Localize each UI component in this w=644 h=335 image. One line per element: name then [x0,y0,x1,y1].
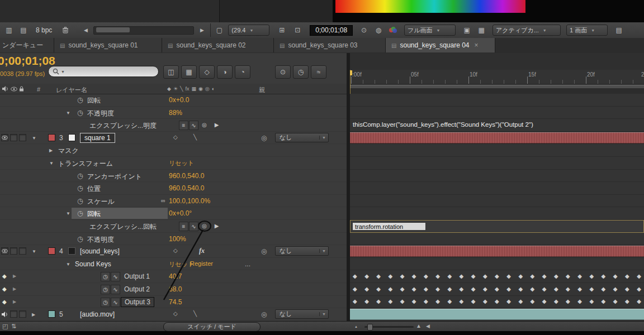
track-empty[interactable] [350,170,644,183]
expression-graph-icon[interactable]: ∿ [189,121,198,130]
keyframe-diamond[interactable]: ◆ [542,286,547,292]
camera-view-dropdown[interactable]: アクティブカ...▼ [493,25,561,36]
scrollbar-thumb[interactable] [96,27,130,32]
shy-switch-icon[interactable]: ◇ [173,247,178,253]
motion-blur-icon[interactable]: ◔ [235,65,250,79]
show-channel-icon[interactable] [387,25,399,36]
keyframe-diamond[interactable]: ◆ [400,274,405,279]
keyframe-diamond[interactable]: ◆ [518,299,523,304]
keyframe-diamond[interactable]: ◆ [435,286,440,292]
lock-toggle[interactable] [19,310,26,318]
search-input[interactable] [65,68,154,75]
track-empty[interactable] [350,182,644,195]
snapshot-icon[interactable]: ⊙ [358,25,370,36]
bit-depth-button[interactable]: 8 bpc [36,25,52,36]
stopwatch-icon[interactable]: ◷ [77,235,83,243]
parent-dropdown[interactable]: なし ▼ [275,246,329,256]
keyframe-toggle-icon[interactable]: ◆ [2,273,7,279]
track-empty[interactable] [350,107,644,119]
track-empty[interactable] [350,157,644,170]
expression-graph-icon[interactable]: ∿ [189,222,198,231]
next-keyframe-icon[interactable]: ▶ [13,274,16,279]
shy-switch-icon[interactable]: ◇ [173,134,178,140]
layer-name[interactable]: square 1 [80,133,115,143]
property-label[interactable]: アンカーポイント [87,172,142,181]
effects-switch[interactable]: fx [199,247,205,255]
keyframe-diamond[interactable]: ◆ [495,286,499,292]
keyframe-diamond[interactable]: ◆ [506,299,511,304]
property-label[interactable]: 不透明度 [87,235,114,245]
expression-edit-field[interactable]: transform.rotation [350,220,644,233]
property-value[interactable]: 74.5 [169,298,182,306]
register-link[interactable]: Register [190,260,213,267]
trash-icon[interactable] [60,25,71,36]
keyframe-diamond[interactable]: ◆ [364,274,369,279]
graph-editor-icon[interactable]: ≈ [311,65,326,79]
property-value[interactable]: 88% [169,109,182,117]
frame-blend-icon[interactable]: ◑ [217,65,233,79]
show-snapshot-icon[interactable]: ◍ [373,25,384,36]
property-label-highlighted[interactable]: Output 3 [121,297,154,307]
keyframe-diamond[interactable]: ◆ [625,299,629,304]
track-empty[interactable] [350,144,644,157]
keyframe-diamond[interactable]: ◆ [577,299,582,304]
view-layout-dropdown[interactable]: 1 画面▼ [566,25,608,36]
label-color-chip[interactable] [48,310,55,318]
stopwatch-icon[interactable]: ◷ [101,285,110,294]
parent-dropdown[interactable]: なし ▼ [275,309,329,319]
twirl-open-icon[interactable]: ▼ [66,111,70,116]
solid-color-chip[interactable] [68,134,75,141]
audio-toggle[interactable] [10,247,17,255]
keyframe-diamond[interactable]: ◆ [389,274,393,279]
keyframe-diamond[interactable]: ◆ [625,286,629,292]
draft-3d-icon[interactable]: ◇ [199,65,215,79]
property-label[interactable]: 回転 [87,96,101,106]
keyframe-diamond[interactable]: ◆ [435,299,440,304]
group-label[interactable]: マスク [58,146,79,156]
tab-sound-keys-square-04[interactable]: ▤ sound_keys_square 04 × [386,38,495,52]
target-region-icon[interactable]: ▣ [461,25,472,36]
label-color-chip[interactable] [48,134,55,141]
track-empty[interactable] [350,233,644,246]
keyframe-diamond[interactable]: ◆ [460,274,464,279]
keyframe-diamond[interactable]: ◆ [602,274,606,279]
audio-toggle[interactable] [10,310,17,318]
expression-enable-icon[interactable]: ≡ [179,222,188,231]
keyframe-diamond[interactable]: ◆ [400,286,405,292]
keyframe-diamond[interactable]: ◆ [460,299,464,304]
scroll-back-icon[interactable]: ◀ [426,323,430,329]
keyframe-diamond[interactable]: ◆ [400,299,405,304]
layer-duration-bar[interactable] [350,132,644,143]
property-label[interactable]: Output 2 [124,285,150,293]
current-time-display[interactable]: 0;00;01;08 [310,25,353,36]
pixel-aspect-icon[interactable]: ▤ [613,25,624,36]
keyframe-diamond[interactable]: ◆ [424,299,428,304]
twirl-open-icon[interactable]: ▼ [49,161,54,166]
property-value[interactable]: 0x+0.0 [169,96,189,104]
keyframe-diamond[interactable]: ◆ [566,274,570,279]
keyframe-diamond[interactable]: ◆ [542,299,547,304]
keyframe-diamond[interactable]: ◆ [602,299,606,304]
safe-zones-icon[interactable]: ⊞ [276,25,287,36]
magnification-dropdown[interactable]: (29.4▼ [228,25,269,36]
graph-icon[interactable]: ∿ [111,285,120,294]
lock-toggle[interactable] [19,134,26,141]
toggle-transfer-icon[interactable]: ⇅ [11,323,16,330]
property-label[interactable]: Output 1 [124,272,150,280]
keyframe-diamond[interactable]: ◆ [460,286,464,292]
auto-keyframe-icon[interactable]: ◷ [293,65,309,79]
expression-menu-icon[interactable]: ▶ [212,121,221,129]
keyframe-diamond[interactable]: ◆ [577,286,582,292]
property-value[interactable]: 100.0,100.0% [169,197,210,205]
keyframe-diamond[interactable]: ◆ [613,286,618,292]
zoom-out-icon[interactable]: ▲ [354,325,358,328]
tab-sound-keys-square-03[interactable]: ▤ sound_keys_square 03 [274,38,386,52]
track-empty[interactable] [350,207,644,220]
expression-field[interactable]: thisComp.layer("sound_keys").effect("Sou… [350,119,644,132]
close-icon[interactable]: × [475,41,479,49]
keyframe-diamond[interactable]: ◆ [531,286,535,292]
keyframe-diamond[interactable]: ◆ [554,286,558,292]
keyframe-diamond[interactable]: ◆ [531,274,535,279]
stopwatch-icon[interactable]: ◷ [77,96,83,104]
keyframe-diamond[interactable]: ◆ [364,286,369,292]
